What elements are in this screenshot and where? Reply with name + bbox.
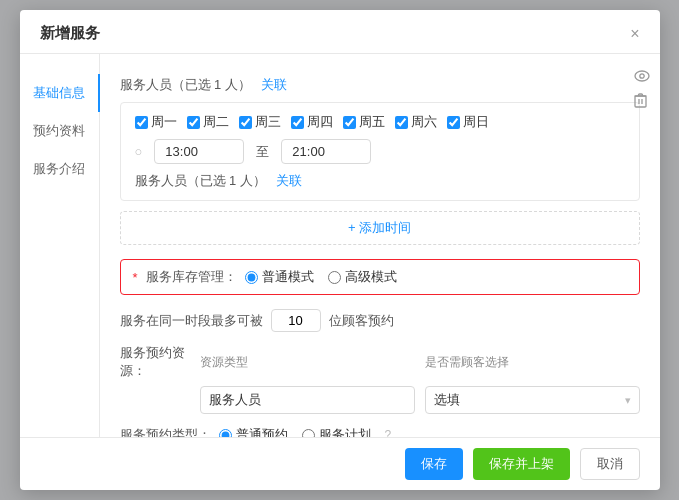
checkbox-tuesday[interactable]	[187, 116, 200, 129]
radio-advanced-input[interactable]	[328, 271, 341, 284]
staff-row-1: 服务人员（已选 1 人） 关联	[120, 68, 640, 102]
booking-type-row: 服务预约类型： 普通预约 服务计划 ?	[120, 426, 640, 437]
clock-icon: ○	[135, 144, 143, 159]
radio-advanced-mode[interactable]: 高级模式	[328, 268, 397, 286]
sidebar-item-reservation[interactable]: 预约资料	[20, 112, 99, 150]
resource-col2-header: 是否需顾客选择	[425, 354, 640, 371]
eye-icon[interactable]	[634, 68, 650, 85]
resource-row-1: 服务人员 选填 ▾	[120, 386, 640, 414]
resource-col1-header: 资源类型	[200, 354, 415, 371]
save-publish-button[interactable]: 保存并上架	[473, 448, 570, 480]
day-saturday[interactable]: 周六	[395, 113, 437, 131]
to-text: 至	[256, 143, 269, 161]
day-monday[interactable]: 周一	[135, 113, 177, 131]
save-button[interactable]: 保存	[405, 448, 463, 480]
modal: 新增服务 × 基础信息 预约资料 服务介绍	[20, 10, 660, 490]
staff-label-2: 服务人员（已选 1 人）	[135, 172, 266, 190]
resource-cell-type: 服务人员	[200, 386, 415, 414]
checkbox-wednesday[interactable]	[239, 116, 252, 129]
radio-normal-input[interactable]	[245, 271, 258, 284]
staff-row-2: 服务人员（已选 1 人） 关联	[135, 164, 625, 190]
sidebar-item-basic[interactable]: 基础信息	[20, 74, 100, 112]
capacity-input[interactable]	[271, 309, 321, 332]
capacity-row: 服务在同一时段最多可被 位顾客预约	[120, 309, 640, 332]
svg-point-1	[639, 74, 643, 78]
close-icon[interactable]: ×	[630, 26, 639, 42]
day-tuesday[interactable]: 周二	[187, 113, 229, 131]
capacity-text-before: 服务在同一时段最多可被	[120, 312, 263, 330]
cancel-button[interactable]: 取消	[580, 448, 640, 480]
select-arrow-icon: ▾	[625, 394, 631, 407]
sidebar: 基础信息 预约资料 服务介绍	[20, 54, 100, 437]
start-time-input[interactable]	[154, 139, 244, 164]
resource-table: 服务预约资源： 资源类型 是否需顾客选择 服务人员 选填 ▾	[120, 344, 640, 414]
staff-link-2[interactable]: 关联	[276, 172, 302, 190]
svg-rect-2	[635, 96, 646, 107]
end-time-input[interactable]	[281, 139, 371, 164]
modal-title: 新增服务	[40, 24, 100, 43]
side-icons	[634, 68, 650, 111]
staff-label-1: 服务人员（已选 1 人）	[120, 76, 251, 94]
resource-required-select[interactable]: 选填 ▾	[425, 386, 640, 414]
resource-cell-required: 选填 ▾	[425, 386, 640, 414]
svg-point-0	[635, 71, 649, 81]
help-icon[interactable]: ?	[385, 428, 392, 437]
delete-icon[interactable]	[634, 93, 650, 111]
checkbox-monday[interactable]	[135, 116, 148, 129]
sidebar-item-intro[interactable]: 服务介绍	[20, 150, 99, 188]
checkbox-friday[interactable]	[343, 116, 356, 129]
booking-type-label: 服务预约类型：	[120, 426, 211, 437]
booking-type-radio-group: 普通预约 服务计划 ?	[219, 426, 392, 437]
modal-footer: 保存 保存并上架 取消	[20, 437, 660, 490]
checkbox-sunday[interactable]	[447, 116, 460, 129]
inventory-section: * 服务库存管理： 普通模式 高级模式	[120, 259, 640, 295]
day-sunday[interactable]: 周日	[447, 113, 489, 131]
inventory-label: 服务库存管理：	[146, 268, 237, 286]
radio-normal-mode[interactable]: 普通模式	[245, 268, 314, 286]
time-range-row: ○ 至	[135, 139, 625, 164]
day-friday[interactable]: 周五	[343, 113, 385, 131]
inventory-radio-group: 普通模式 高级模式	[245, 268, 397, 286]
main-content: 服务人员（已选 1 人） 关联 周一 周二	[100, 54, 660, 437]
day-wednesday[interactable]: 周三	[239, 113, 281, 131]
radio-normal-booking-input[interactable]	[219, 429, 232, 438]
radio-service-plan[interactable]: 服务计划	[302, 426, 371, 437]
required-star: *	[133, 270, 138, 285]
resource-required-value: 选填	[434, 391, 460, 409]
checkbox-thursday[interactable]	[291, 116, 304, 129]
modal-body: 基础信息 预约资料 服务介绍	[20, 54, 660, 437]
add-time-button[interactable]: + 添加时间	[120, 211, 640, 245]
time-block: 周一 周二 周三 周四	[120, 102, 640, 201]
modal-header: 新增服务 ×	[20, 10, 660, 54]
radio-normal-booking[interactable]: 普通预约	[219, 426, 288, 437]
modal-overlay: 新增服务 × 基础信息 预约资料 服务介绍	[0, 0, 679, 500]
capacity-text-after: 位顾客预约	[329, 312, 394, 330]
staff-link-1[interactable]: 关联	[261, 76, 287, 94]
day-checks: 周一 周二 周三 周四	[135, 113, 625, 131]
day-thursday[interactable]: 周四	[291, 113, 333, 131]
radio-service-plan-input[interactable]	[302, 429, 315, 438]
resource-section-label: 服务预约资源：	[120, 344, 190, 380]
resource-type-display: 服务人员	[200, 386, 415, 414]
checkbox-saturday[interactable]	[395, 116, 408, 129]
resource-header: 服务预约资源： 资源类型 是否需顾客选择	[120, 344, 640, 380]
